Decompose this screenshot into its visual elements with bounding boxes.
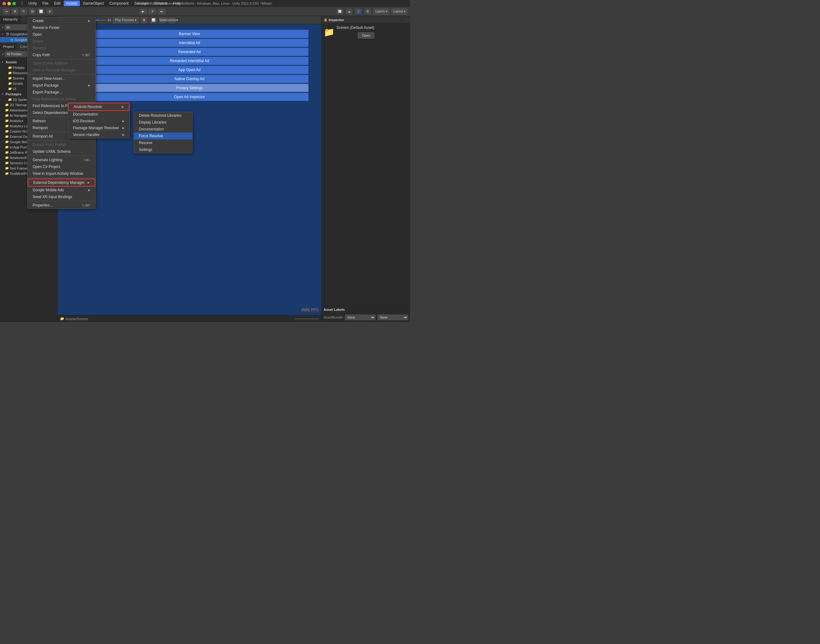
right-panel: 🔒 Inspector ⋮ 📁 Scenes (Default Asset) O…	[321, 16, 410, 322]
cm-version-handler[interactable]: Version Handler ▶	[68, 131, 129, 138]
cm-sep-8	[28, 201, 95, 201]
open-scene-btn[interactable]: Open	[358, 32, 374, 38]
cm-settings[interactable]: Settings	[134, 146, 192, 153]
gizmos-dropdown[interactable]: Gizmos ▾	[168, 17, 176, 24]
version-handler-arrow: ▶	[122, 133, 124, 136]
cm-resolve[interactable]: Resolve	[134, 140, 192, 146]
cm-ext-documentation[interactable]: Documentation	[68, 111, 129, 118]
menu-assets[interactable]: Assets	[64, 1, 80, 6]
cm-force-resolve[interactable]: Force Resolve	[134, 133, 192, 140]
mute-btn[interactable]: 🔇	[140, 17, 148, 24]
menu-apple[interactable]: 	[19, 1, 25, 6]
pkg-icon: 📁	[5, 135, 9, 138]
inspector-lock-icon[interactable]: 🔒	[324, 18, 327, 21]
cm-import-new-asset[interactable]: Import New Asset...	[28, 75, 95, 82]
cm-rename: Rename	[28, 45, 95, 52]
create-arrow: ▶	[88, 19, 91, 22]
cm-open-scene-additive: Open Scene Additive	[28, 60, 95, 67]
cm-ios-resolver[interactable]: iOS Resolver ▶	[68, 118, 129, 124]
native-overlay-btn[interactable]: Native Overlay Ad	[71, 75, 309, 83]
cm-open[interactable]: Open	[28, 31, 95, 38]
rewarded-interstitial-btn[interactable]: Rewarded Interstitial Ad	[71, 57, 309, 65]
layers-arrow: ▾	[386, 10, 387, 13]
menu-edit[interactable]: Edit	[52, 1, 63, 6]
toolbar-scale-btn[interactable]: ⊞	[29, 8, 36, 15]
step-button[interactable]: ⏭	[158, 8, 166, 15]
prefabs-folder-icon: 📁	[8, 66, 12, 69]
cm-update-uxml[interactable]: Update UXML Schema	[28, 148, 95, 155]
tab-project[interactable]: Project	[0, 43, 17, 50]
expand-all-icon: ▾	[2, 26, 3, 29]
cm-reveal-finder[interactable]: Reveal in Finder	[28, 24, 95, 31]
stats-toggle[interactable]: Stats	[159, 17, 166, 24]
cm-generate-lighting[interactable]: Generate Lighting ⇧⌘L	[28, 156, 95, 163]
cm-ext-dep-manager[interactable]: External Dependency Manager ▶	[28, 179, 95, 187]
cm-create[interactable]: Create ▶	[28, 17, 95, 24]
menu-unity[interactable]: Unity	[26, 1, 39, 6]
window-title: GoogleMobileAdsScene - HelloWorld - Wind…	[138, 2, 272, 5]
cm-copy-path[interactable]: Copy Path ⌥⌘C	[28, 52, 95, 58]
unity-toolbar: ⇥ ✥ ↻ ⊞ ⬜ ⊕ ▶ ⏸ ⏭ 🔄 ☁ 👤 ⚙ Layers ▾ Layou…	[0, 7, 410, 16]
interstitial-btn[interactable]: Interstitial Ad	[71, 39, 309, 47]
properties-shortcut: ⌥⌘P	[81, 204, 91, 207]
zoom-slider[interactable]	[294, 318, 319, 319]
cm-view-import-activity[interactable]: View in Import Activity Window	[28, 170, 95, 177]
minimize-button[interactable]	[8, 2, 11, 5]
cm-pkg-manager-resolver[interactable]: Package Manager Resolver ▶	[68, 124, 129, 131]
viewport-area: Aspect ▾ Scale 2x Play Focused ▾ 🔇 📊 Sta…	[57, 16, 321, 322]
android-resolver-submenu[interactable]: Delete Resolved Libraries Display Librar…	[134, 112, 193, 153]
pause-button[interactable]: ⏸	[148, 8, 157, 15]
ext-dep-submenu[interactable]: Android Resolver ▶ Documentation iOS Res…	[68, 103, 130, 138]
cm-android-resolver[interactable]: Android Resolver ▶	[68, 103, 129, 111]
menu-component[interactable]: Component	[107, 1, 131, 6]
privacy-settings-btn[interactable]: Privacy Settings	[71, 84, 309, 92]
cm-open-csharp[interactable]: Open C# Project	[28, 163, 95, 170]
asset-bundle-variant-select[interactable]: None	[378, 314, 408, 320]
maximize-button[interactable]	[12, 2, 16, 5]
pkg-icon: 📁	[5, 124, 9, 127]
toolbar-mixed-btn[interactable]: ⊕	[46, 8, 54, 15]
banner-view-btn[interactable]: Banner View	[71, 30, 309, 38]
play-button[interactable]: ▶	[139, 8, 147, 15]
open-ad-inspector-btn[interactable]: Open Ad Inspector	[71, 93, 309, 101]
packages-arrow: ▾	[2, 92, 6, 96]
asset-bundle-row: AssetBundle None None	[324, 314, 408, 320]
cm-gma[interactable]: Google Mobile Ads ▶	[28, 187, 95, 193]
asset-bundle-select[interactable]: None	[345, 314, 376, 320]
cloud-btn[interactable]: ☁	[346, 8, 353, 15]
cm-import-package[interactable]: Import Package ▶	[28, 82, 95, 89]
cm-export-package[interactable]: Export Package...	[28, 89, 95, 96]
pkg-icon: 📁	[5, 161, 9, 164]
scene-icon: 🎬	[6, 32, 9, 36]
inspector-more-icon[interactable]: ⋮	[405, 18, 408, 21]
account-btn[interactable]: 👤	[355, 8, 362, 15]
fps-counter: (888) FPS	[301, 308, 318, 312]
rewarded-btn[interactable]: Rewarded Ad	[71, 48, 309, 56]
collab-btn[interactable]: 🔄	[336, 8, 344, 15]
play-focused-label: Play Focused	[115, 18, 134, 22]
cm-delete-resolved-libs[interactable]: Delete Resolved Libraries	[134, 112, 192, 119]
add-asset-btn[interactable]: +	[2, 52, 4, 56]
app-open-btn[interactable]: App Open Ad	[71, 66, 309, 74]
cm-extract-prefab: Extract From Prefab	[28, 141, 95, 148]
toolbar-move-btn[interactable]: ✥	[11, 8, 18, 15]
close-button[interactable]	[3, 2, 6, 5]
menu-file[interactable]: File	[40, 1, 51, 6]
cm-find-refs-scene: Find References In Scene	[28, 96, 95, 103]
settings-btn[interactable]: ⚙	[364, 8, 372, 15]
toolbar-rect-btn[interactable]: ⬜	[37, 8, 45, 15]
tab-hierarchy[interactable]: Hierarchy	[0, 16, 21, 23]
cm-seed-xr[interactable]: Seed XR Input Bindings	[28, 193, 95, 200]
play-focused-arrow: ▾	[135, 18, 137, 22]
layers-dropdown[interactable]: Layers ▾	[373, 8, 390, 15]
traffic-lights	[3, 2, 16, 5]
layout-dropdown[interactable]: Layout ▾	[392, 8, 407, 15]
vsync-btn[interactable]: 📊	[150, 17, 157, 24]
menu-gameobject[interactable]: GameObject	[80, 1, 106, 6]
toolbar-rotate-btn[interactable]: ↻	[20, 8, 27, 15]
cm-display-libraries[interactable]: Display Libraries	[134, 119, 192, 126]
cm-android-documentation[interactable]: Documentation	[134, 126, 192, 133]
play-focused-dropdown[interactable]: Play Focused ▾	[113, 17, 138, 23]
toolbar-transform-btn[interactable]: ⇥	[3, 8, 10, 15]
cm-properties[interactable]: Properties... ⌥⌘P	[28, 202, 95, 209]
